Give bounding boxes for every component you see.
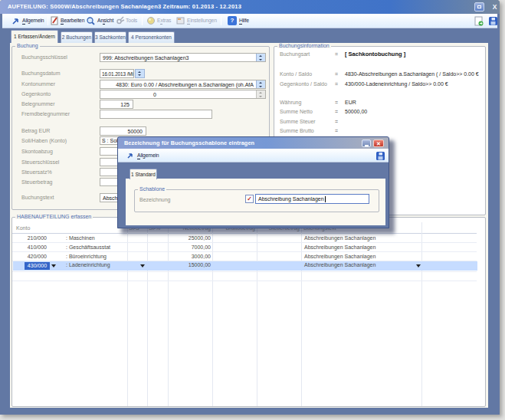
cell-name: : Büroeinrichtung (66, 254, 107, 259)
dialog-minimize-button[interactable] (362, 139, 371, 147)
buchungsschluessel-combo[interactable]: 999: Abschreibungen Sachanlagen3 (100, 53, 266, 62)
menu-item-tools[interactable]: Tools (126, 18, 137, 23)
habenaufteilung-group-title: HABENAUFTEILUNG erfassen (15, 214, 93, 219)
dialog-menu-allgemein[interactable]: Allgemein (137, 153, 159, 158)
buchungsdatum-spinner[interactable] (135, 69, 145, 78)
info-buchungsart-value: [ Sachkontobuchung ] (345, 51, 405, 57)
mandatory-check-icon[interactable]: ✓ (245, 195, 254, 203)
cell-netto: 15000,00 (168, 262, 211, 267)
cell-konto: 410/000 (13, 244, 47, 250)
cell-konto: 210/000 (13, 235, 47, 241)
info-eq: = (335, 100, 338, 105)
info-konto-saldo-value: 4830-Abschreibungen a.Sachanlagen ( / Sa… (345, 71, 479, 77)
cell-text: Abschreibungen Sachanlagen (304, 262, 375, 267)
belegnummer-value: 125 (120, 100, 130, 108)
dialog-toolbar: Allgemein (118, 149, 389, 162)
buchungsschluessel-value: 999: Abschreibungen Sachanlagen3 (103, 54, 189, 61)
info-gegenkonto-saldo-label: Gegenkonto / Saldo (280, 81, 327, 87)
info-summe-steuer-label: Summe Steuer (280, 119, 316, 124)
grid-header-konto[interactable]: Konto (16, 225, 30, 231)
gegenkonto-spinner (256, 90, 265, 98)
dropdown-arrow-icon[interactable] (51, 264, 56, 267)
extras-icon (146, 16, 156, 25)
betrag-field[interactable]: 50000 (100, 126, 146, 136)
cell-text: Abschreibungen Sachanlagen (304, 254, 375, 259)
new-document-icon[interactable] (474, 16, 484, 26)
menu-item-einstellungen[interactable]: Einstellungen (187, 18, 217, 23)
skontoabzug-label: Skontoabzug (21, 147, 53, 156)
cell-konto: 420/000 (13, 254, 47, 259)
kontonummer-label: Kontonummer (21, 80, 55, 89)
dialog-tab-standard[interactable]: 1 Standard (130, 169, 157, 179)
schablone-group-title: Schablone (138, 186, 166, 192)
info-konto-saldo-label: Konto / Saldo (280, 71, 312, 77)
buchungsschluessel-spinner[interactable] (256, 54, 265, 61)
buchungsschluessel-label: Buchungsschlüssel (21, 53, 67, 62)
restore-icon (477, 5, 481, 8)
info-summe-netto-value: 50000,00 (345, 109, 367, 114)
buchungsdatum-field[interactable]: 16.01.2013 /Mi (100, 69, 134, 78)
menu-item-bearbeiten[interactable]: Bearbeiten (61, 18, 84, 23)
einstellungen-icon (176, 16, 185, 25)
kontonummer-combo[interactable]: 4830: Euro 0.00 / Abschreibungen a.Sacha… (100, 80, 266, 89)
gridline (147, 222, 148, 406)
menu-item-allgemein[interactable]: Allgemein (22, 18, 44, 23)
belegnummer-field[interactable]: 125 (100, 100, 133, 109)
grid-row-line (12, 281, 477, 281)
cell-netto: 25000,00 (168, 235, 211, 241)
cell-konto-editing[interactable]: 430/000 (25, 262, 50, 270)
save-icon[interactable] (488, 16, 498, 26)
info-summe-netto-label: Summe Netto (280, 109, 313, 114)
close-button[interactable]: X (490, 2, 499, 11)
gegenkonto-value: 0 (103, 90, 156, 98)
dialog-save-icon[interactable] (375, 151, 385, 161)
grid-header-line (12, 233, 477, 234)
fremdbelegnummer-field[interactable] (100, 110, 212, 119)
menu-item-extras[interactable]: Extras (157, 18, 171, 23)
dialog-allgemein-arrow-icon (126, 152, 134, 159)
table-row-selected[interactable]: 430/000 : Ladeneinrichtung 15000,00 Absc… (13, 261, 477, 271)
gridline (301, 222, 302, 406)
buchungstext-label: Buchungstext (21, 193, 54, 202)
betrag-label: Betrag EUR (21, 126, 50, 136)
steuerbetrag-label: Steuerbetrag (21, 178, 52, 187)
gridline (257, 222, 257, 406)
buchungsschablone-dialog: Bezeichnung für Buchungsschablone eintra… (117, 136, 389, 228)
info-eq: = (335, 81, 338, 87)
bezeichnung-input[interactable]: Abschreibung Sachanlagen (255, 194, 369, 204)
bearbeiten-icon (51, 16, 59, 25)
menu-item-ansicht[interactable]: Ansicht (97, 18, 113, 23)
allgemein-arrow-icon (11, 17, 20, 25)
tab-erfassen-aendern[interactable]: 1 Erfassen/Ändern (11, 30, 58, 43)
buchungsinformation-group-title: Buchungsinformation (277, 43, 331, 48)
tools-icon (116, 16, 125, 25)
cell-name: : Geschäftsausstat (66, 244, 110, 250)
gegenkonto-combo[interactable]: 0 (100, 90, 266, 99)
info-waehrung-label: Währung (280, 100, 301, 105)
dialog-close-button[interactable]: ✕ (373, 139, 384, 147)
title-bar: AUFTEILUNG: S000W/Abschreibungen Sachanl… (0, 0, 500, 14)
kontonummer-spinner[interactable] (256, 80, 265, 88)
tab-buchungen[interactable]: 2 Buchungen (61, 31, 93, 43)
info-summe-brutto-label: Summe Brutto (280, 128, 314, 133)
buchungsdatum-value: 16.01.2013 /Mi (102, 70, 133, 77)
menu-separator (221, 16, 221, 25)
tab-personenkonten[interactable]: 4 Personenkonten (128, 31, 175, 43)
dropdown-arrow-icon[interactable] (416, 264, 421, 267)
info-gegenkonto-saldo-value: 430/000-Ladeneinrichtung / Saldo>> 0.00 … (345, 81, 448, 87)
buchungsdatum-label: Buchungsdatum (21, 69, 61, 78)
window-title: AUFTEILUNG: S000W/Abschreibungen Sachanl… (8, 3, 241, 10)
dropdown-arrow-icon[interactable] (140, 264, 145, 267)
info-eq: = (335, 119, 338, 124)
grid-row-line (12, 242, 477, 243)
menu-item-hilfe[interactable]: Hilfe (239, 18, 249, 23)
restore-button[interactable] (474, 2, 484, 11)
belegnummer-label: Belegnummer (21, 100, 55, 109)
hilfe-underline (239, 24, 242, 25)
sollhaben-label: Soll/Haben (Konto) (21, 136, 67, 146)
steuersatz-label: Steuersatz% (21, 168, 52, 177)
allgemein-underline (22, 24, 25, 25)
tab-sachkonten[interactable]: 3 Sachkonten (94, 31, 126, 43)
fremdbelegnummer-label: Fremdbelegnummer (21, 110, 70, 119)
bezeichnung-input-value: Abschreibung Sachanlagen (258, 196, 324, 202)
